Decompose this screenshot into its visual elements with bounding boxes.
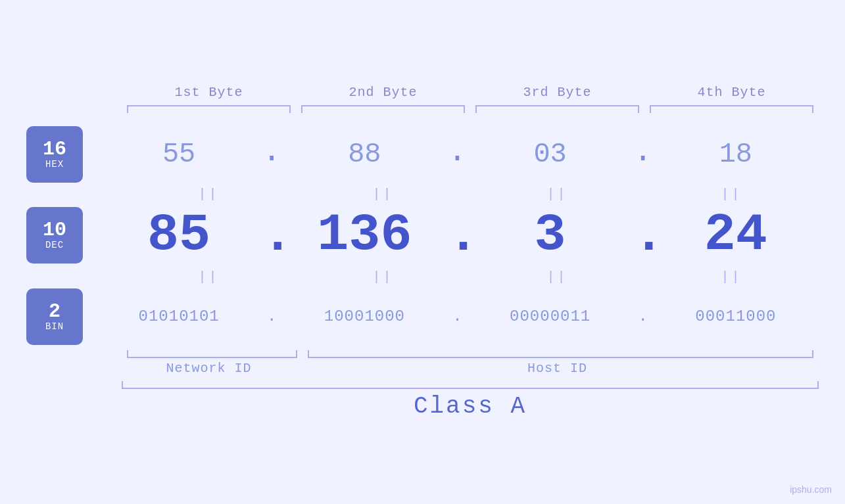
bracket-byte1 [127, 105, 291, 113]
byte4-header: 4th Byte [644, 85, 819, 100]
network-id-label: Network ID [122, 361, 296, 376]
bin-badge-number: 2 [49, 302, 60, 321]
hex-dot1: . [262, 134, 281, 170]
pipe-1: || [122, 187, 296, 202]
byte-headers: 1st Byte 2nd Byte 3rd Byte 4th Byte [26, 85, 819, 100]
bin-byte2: 10001000 [281, 308, 447, 325]
hex-values-row: 55 . 88 . 03 . 18 [96, 134, 819, 175]
bracket-byte2 [301, 105, 465, 113]
dec-byte4: 24 [653, 209, 819, 262]
bin-byte1: 01010101 [96, 308, 262, 325]
top-bracket-row [26, 105, 819, 113]
id-labels-row: Network ID Host ID [26, 361, 819, 376]
bin-values-row: 01010101 . 10001000 . 00000011 . 0001100… [96, 308, 819, 325]
bin-dot2: . [448, 308, 468, 325]
hex-row: 16 HEX 55 . 88 . 03 . 18 [26, 126, 819, 183]
bin-badge-label: BIN [45, 321, 64, 332]
bottom-bracket-row [26, 350, 819, 358]
bin-dot1: . [262, 308, 281, 325]
bracket-byte4 [650, 105, 813, 113]
hex-dot3: . [633, 134, 653, 170]
dec-dot1: . [262, 206, 281, 265]
dec-byte3: 3 [468, 209, 633, 262]
pipe-5: || [122, 269, 296, 285]
dec-values-row: 85 . 136 . 3 . 24 [96, 206, 819, 265]
bin-row: 2 BIN 01010101 . 10001000 . 00000011 . 0… [26, 288, 819, 345]
dec-val-3: 3 [535, 205, 566, 265]
dec-val-2: 136 [317, 205, 412, 265]
dec-dot3: . [633, 206, 653, 265]
hex-badge-number: 16 [43, 139, 66, 159]
watermark: ipshu.com [790, 484, 832, 495]
bin-val-2: 10001000 [324, 308, 405, 325]
pipe-3: || [470, 187, 644, 202]
hex-byte2: 88 [281, 139, 447, 170]
pipe-6: || [296, 269, 470, 285]
hex-dot2: . [448, 134, 468, 170]
bin-val-3: 00000011 [510, 308, 591, 325]
host-id-label: Host ID [296, 361, 819, 376]
byte2-header: 2nd Byte [296, 85, 470, 100]
dec-row: 10 DEC 85 . 136 . 3 . 24 [26, 206, 819, 265]
hex-byte1: 55 [96, 139, 262, 170]
pipe-2: || [296, 187, 470, 202]
bin-val-1: 01010101 [139, 308, 220, 325]
dec-badge-label: DEC [45, 240, 64, 250]
hex-val-2: 88 [348, 139, 381, 170]
hex-val-1: 55 [162, 139, 195, 170]
bracket-network-id [127, 350, 297, 358]
byte1-header: 1st Byte [122, 85, 296, 100]
dec-val-1: 85 [147, 205, 210, 265]
dec-badge: 10 DEC [26, 207, 83, 263]
main-container: 1st Byte 2nd Byte 3rd Byte 4th Byte 16 H… [0, 0, 845, 504]
bin-badge: 2 BIN [26, 288, 83, 345]
pipe-7: || [470, 269, 644, 285]
pipe-row-1: || || || || [26, 187, 819, 202]
byte3-header: 3rd Byte [470, 85, 644, 100]
dec-byte2: 136 [281, 209, 447, 262]
hex-val-4: 18 [719, 139, 752, 170]
hex-byte3: 03 [468, 139, 633, 170]
dec-badge-number: 10 [43, 220, 66, 240]
hex-badge: 16 HEX [26, 126, 83, 183]
bracket-host-id [308, 350, 813, 358]
bin-byte3: 00000011 [468, 308, 633, 325]
pipe-8: || [644, 269, 819, 285]
dec-val-4: 24 [704, 205, 767, 265]
bin-val-4: 00011000 [695, 308, 776, 325]
pipe-4: || [644, 187, 819, 202]
outer-bracket-row [122, 381, 819, 389]
dec-dot2: . [448, 206, 468, 265]
hex-val-3: 03 [533, 139, 566, 170]
bin-byte4: 00011000 [653, 308, 819, 325]
dec-byte1: 85 [96, 209, 262, 262]
hex-badge-label: HEX [45, 159, 64, 170]
hex-byte4: 18 [653, 139, 819, 170]
class-label: Class A [26, 393, 819, 420]
bracket-byte3 [475, 105, 639, 113]
pipe-row-2: || || || || [26, 269, 819, 285]
bin-dot3: . [633, 308, 653, 325]
